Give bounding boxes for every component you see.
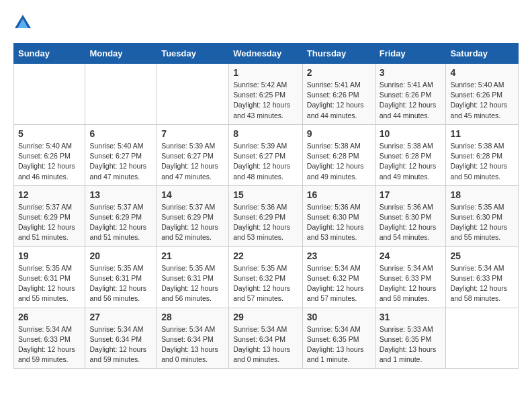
calendar-cell: 24Sunrise: 5:34 AM Sunset: 6:33 PM Dayli…	[375, 246, 446, 308]
day-number: 23	[307, 250, 371, 261]
day-info: Sunrise: 5:37 AM Sunset: 6:29 PM Dayligh…	[89, 202, 152, 243]
calendar-cell: 6Sunrise: 5:40 AM Sunset: 6:27 PM Daylig…	[85, 124, 157, 185]
day-number: 16	[307, 189, 371, 200]
logo-icon	[13, 13, 32, 32]
day-info: Sunrise: 5:39 AM Sunset: 6:27 PM Dayligh…	[233, 141, 298, 182]
calendar-cell: 14Sunrise: 5:37 AM Sunset: 6:29 PM Dayli…	[157, 185, 229, 246]
day-info: Sunrise: 5:35 AM Sunset: 6:31 PM Dayligh…	[18, 263, 81, 304]
day-info: Sunrise: 5:40 AM Sunset: 6:26 PM Dayligh…	[18, 141, 81, 182]
day-info: Sunrise: 5:41 AM Sunset: 6:26 PM Dayligh…	[380, 80, 442, 121]
day-number: 5	[18, 128, 81, 139]
calendar-cell: 23Sunrise: 5:34 AM Sunset: 6:32 PM Dayli…	[302, 246, 375, 308]
week-row-3: 12Sunrise: 5:37 AM Sunset: 6:29 PM Dayli…	[14, 185, 519, 246]
day-info: Sunrise: 5:38 AM Sunset: 6:28 PM Dayligh…	[450, 141, 514, 182]
calendar-cell: 18Sunrise: 5:35 AM Sunset: 6:30 PM Dayli…	[446, 185, 519, 246]
header-day-thursday: Thursday	[302, 44, 375, 64]
day-number: 14	[161, 189, 224, 200]
day-number: 3	[380, 67, 442, 78]
day-number: 31	[380, 312, 442, 322]
day-info: Sunrise: 5:38 AM Sunset: 6:28 PM Dayligh…	[307, 141, 371, 182]
calendar-cell: 21Sunrise: 5:35 AM Sunset: 6:31 PM Dayli…	[157, 246, 229, 308]
day-info: Sunrise: 5:34 AM Sunset: 6:32 PM Dayligh…	[307, 263, 371, 304]
header-day-monday: Monday	[85, 44, 157, 64]
day-number: 29	[233, 312, 298, 322]
day-number: 21	[161, 250, 224, 261]
day-info: Sunrise: 5:34 AM Sunset: 6:34 PM Dayligh…	[89, 324, 152, 365]
calendar-cell: 5Sunrise: 5:40 AM Sunset: 6:26 PM Daylig…	[14, 124, 85, 185]
day-info: Sunrise: 5:37 AM Sunset: 6:29 PM Dayligh…	[18, 202, 81, 243]
day-info: Sunrise: 5:38 AM Sunset: 6:28 PM Dayligh…	[380, 141, 442, 182]
day-number: 13	[89, 189, 152, 200]
day-info: Sunrise: 5:36 AM Sunset: 6:30 PM Dayligh…	[307, 202, 371, 243]
header-day-saturday: Saturday	[446, 44, 519, 64]
day-number: 22	[233, 250, 298, 261]
calendar-cell: 17Sunrise: 5:36 AM Sunset: 6:30 PM Dayli…	[375, 185, 446, 246]
header-row: SundayMondayTuesdayWednesdayThursdayFrid…	[14, 44, 519, 64]
calendar-cell: 30Sunrise: 5:34 AM Sunset: 6:35 PM Dayli…	[302, 308, 375, 369]
day-number: 8	[233, 128, 298, 139]
calendar-cell: 20Sunrise: 5:35 AM Sunset: 6:31 PM Dayli…	[85, 246, 157, 308]
header-day-wednesday: Wednesday	[229, 44, 303, 64]
calendar-cell	[157, 64, 229, 125]
day-info: Sunrise: 5:42 AM Sunset: 6:25 PM Dayligh…	[233, 80, 298, 121]
day-info: Sunrise: 5:34 AM Sunset: 6:33 PM Dayligh…	[380, 263, 442, 304]
day-number: 30	[307, 312, 371, 322]
day-number: 19	[18, 250, 81, 261]
calendar-table: SundayMondayTuesdayWednesdayThursdayFrid…	[13, 43, 519, 369]
calendar-cell: 15Sunrise: 5:36 AM Sunset: 6:29 PM Dayli…	[229, 185, 303, 246]
calendar-cell: 26Sunrise: 5:34 AM Sunset: 6:33 PM Dayli…	[14, 308, 85, 369]
week-row-1: 1Sunrise: 5:42 AM Sunset: 6:25 PM Daylig…	[14, 64, 519, 125]
calendar-cell: 29Sunrise: 5:34 AM Sunset: 6:34 PM Dayli…	[229, 308, 303, 369]
calendar-cell: 10Sunrise: 5:38 AM Sunset: 6:28 PM Dayli…	[375, 124, 446, 185]
day-number: 24	[380, 250, 442, 261]
calendar-cell: 8Sunrise: 5:39 AM Sunset: 6:27 PM Daylig…	[229, 124, 303, 185]
day-info: Sunrise: 5:34 AM Sunset: 6:34 PM Dayligh…	[161, 324, 224, 365]
day-number: 20	[89, 250, 152, 261]
day-number: 18	[450, 189, 514, 200]
calendar-body: 1Sunrise: 5:42 AM Sunset: 6:25 PM Daylig…	[14, 64, 519, 369]
day-info: Sunrise: 5:37 AM Sunset: 6:29 PM Dayligh…	[161, 202, 224, 243]
day-number: 7	[161, 128, 224, 139]
day-number: 10	[380, 128, 442, 139]
week-row-2: 5Sunrise: 5:40 AM Sunset: 6:26 PM Daylig…	[14, 124, 519, 185]
header-day-sunday: Sunday	[14, 44, 85, 64]
day-number: 1	[233, 67, 298, 78]
day-number: 4	[450, 67, 514, 78]
header-day-tuesday: Tuesday	[157, 44, 229, 64]
calendar-cell: 1Sunrise: 5:42 AM Sunset: 6:25 PM Daylig…	[229, 64, 303, 125]
day-number: 6	[89, 128, 152, 139]
day-number: 26	[18, 312, 81, 322]
calendar-cell: 13Sunrise: 5:37 AM Sunset: 6:29 PM Dayli…	[85, 185, 157, 246]
day-info: Sunrise: 5:36 AM Sunset: 6:29 PM Dayligh…	[233, 202, 298, 243]
day-info: Sunrise: 5:39 AM Sunset: 6:27 PM Dayligh…	[161, 141, 224, 182]
calendar-cell: 3Sunrise: 5:41 AM Sunset: 6:26 PM Daylig…	[375, 64, 446, 125]
day-info: Sunrise: 5:35 AM Sunset: 6:32 PM Dayligh…	[233, 263, 298, 304]
calendar-cell: 19Sunrise: 5:35 AM Sunset: 6:31 PM Dayli…	[14, 246, 85, 308]
day-number: 12	[18, 189, 81, 200]
calendar-cell: 28Sunrise: 5:34 AM Sunset: 6:34 PM Dayli…	[157, 308, 229, 369]
day-info: Sunrise: 5:34 AM Sunset: 6:34 PM Dayligh…	[233, 324, 298, 365]
calendar-cell: 25Sunrise: 5:34 AM Sunset: 6:33 PM Dayli…	[446, 246, 519, 308]
calendar-cell: 16Sunrise: 5:36 AM Sunset: 6:30 PM Dayli…	[302, 185, 375, 246]
calendar-cell: 11Sunrise: 5:38 AM Sunset: 6:28 PM Dayli…	[446, 124, 519, 185]
calendar-cell: 7Sunrise: 5:39 AM Sunset: 6:27 PM Daylig…	[157, 124, 229, 185]
day-info: Sunrise: 5:40 AM Sunset: 6:26 PM Dayligh…	[450, 80, 514, 121]
day-info: Sunrise: 5:34 AM Sunset: 6:33 PM Dayligh…	[450, 263, 514, 304]
week-row-4: 19Sunrise: 5:35 AM Sunset: 6:31 PM Dayli…	[14, 246, 519, 308]
calendar-cell	[85, 64, 157, 125]
calendar-cell: 12Sunrise: 5:37 AM Sunset: 6:29 PM Dayli…	[14, 185, 85, 246]
day-number: 11	[450, 128, 514, 139]
day-info: Sunrise: 5:35 AM Sunset: 6:31 PM Dayligh…	[89, 263, 152, 304]
day-number: 9	[307, 128, 371, 139]
page-header	[13, 13, 519, 32]
calendar-cell: 31Sunrise: 5:33 AM Sunset: 6:35 PM Dayli…	[375, 308, 446, 369]
day-number: 15	[233, 189, 298, 200]
calendar-cell: 27Sunrise: 5:34 AM Sunset: 6:34 PM Dayli…	[85, 308, 157, 369]
calendar-cell: 22Sunrise: 5:35 AM Sunset: 6:32 PM Dayli…	[229, 246, 303, 308]
day-number: 17	[380, 189, 442, 200]
calendar-header: SundayMondayTuesdayWednesdayThursdayFrid…	[14, 44, 519, 64]
day-number: 28	[161, 312, 224, 322]
day-info: Sunrise: 5:33 AM Sunset: 6:35 PM Dayligh…	[380, 324, 442, 365]
week-row-5: 26Sunrise: 5:34 AM Sunset: 6:33 PM Dayli…	[14, 308, 519, 369]
logo	[13, 13, 35, 32]
